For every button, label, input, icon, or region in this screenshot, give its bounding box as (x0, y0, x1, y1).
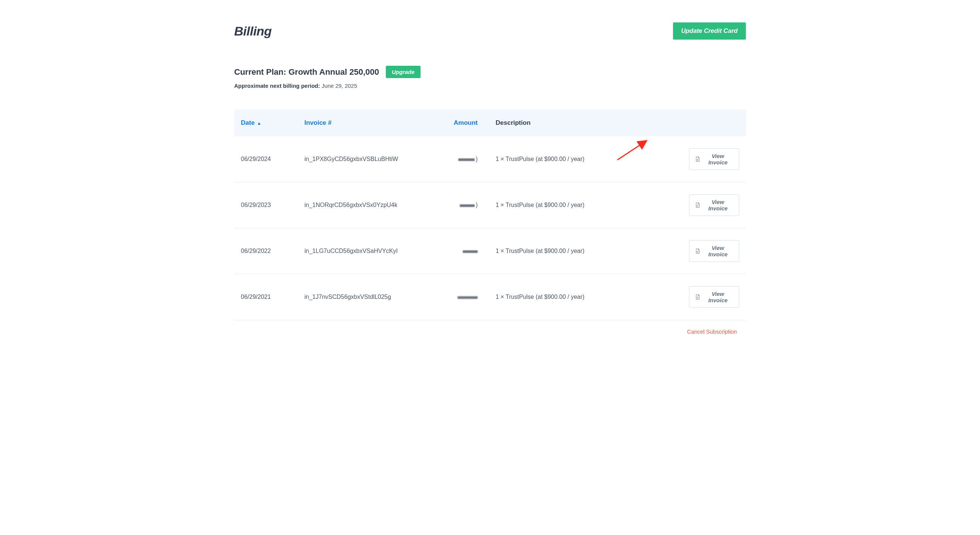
cell-amount (443, 228, 484, 274)
cell-description: 1 × TrustPulse (at $900.00 / year) (484, 136, 682, 182)
view-invoice-button[interactable]: View Invoice (689, 240, 739, 262)
file-icon (695, 202, 700, 208)
view-invoice-button[interactable]: View Invoice (689, 286, 739, 308)
cell-amount: ) (443, 182, 484, 228)
cell-invoice-id: in_1NORqrCD56gxbxVSx0YzpU4k (298, 182, 443, 228)
annotation-arrow-icon (615, 138, 651, 162)
file-icon (695, 156, 700, 162)
cell-description: 1 × TrustPulse (at $900.00 / year) (484, 182, 682, 228)
table-row: 06/29/2021 in_1J7nvSCD56gxbxVStdlL025g 1… (234, 274, 746, 320)
current-plan-label: Current Plan: Growth Annual 250,000 (234, 67, 379, 77)
svg-line-1 (617, 141, 646, 160)
cell-description: 1 × TrustPulse (at $900.00 / year) (484, 274, 682, 320)
file-icon (695, 248, 700, 254)
file-icon (695, 294, 700, 300)
column-header-date[interactable]: Date▲ (234, 110, 298, 136)
table-row: 06/29/2024 in_1PX8GyCD56gxbxVSBLuBHtiW )… (234, 136, 746, 182)
cell-invoice-id: in_1PX8GyCD56gxbxVSBLuBHtiW (298, 136, 443, 182)
table-row: 06/29/2023 in_1NORqrCD56gxbxVSx0YzpU4k )… (234, 182, 746, 228)
cell-description: 1 × TrustPulse (at $900.00 / year) (484, 228, 682, 274)
cancel-subscription-link[interactable]: Cancel Subscription (687, 328, 737, 335)
sort-asc-icon: ▲ (257, 121, 261, 126)
cell-date: 06/29/2023 (234, 182, 298, 228)
cell-amount (443, 274, 484, 320)
cell-date: 06/29/2022 (234, 228, 298, 274)
update-credit-card-button[interactable]: Update Credit Card (673, 22, 746, 40)
column-header-description: Description (484, 110, 682, 136)
column-header-amount[interactable]: Amount (443, 110, 484, 136)
next-billing-label: Approximate next billing period: (234, 83, 321, 89)
column-header-invoice[interactable]: Invoice # (298, 110, 443, 136)
cell-invoice-id: in_1J7nvSCD56gxbxVStdlL025g (298, 274, 443, 320)
next-billing-period: Approximate next billing period: June 29… (234, 83, 746, 89)
cell-amount: ) (443, 136, 484, 182)
cell-date: 06/29/2024 (234, 136, 298, 182)
next-billing-date: June 29, 2025 (321, 83, 357, 89)
cell-date: 06/29/2021 (234, 274, 298, 320)
page-title: Billing (234, 24, 272, 38)
view-invoice-button[interactable]: View Invoice (689, 194, 739, 216)
upgrade-button[interactable]: Upgrade (386, 66, 420, 78)
table-row: 06/29/2022 in_1LG7uCCD56gxbxVSaHVYcKyI 1… (234, 228, 746, 274)
invoice-table: Date▲ Invoice # Amount Description 06/29… (234, 110, 746, 320)
view-invoice-button[interactable]: View Invoice (689, 148, 739, 170)
cell-invoice-id: in_1LG7uCCD56gxbxVSaHVYcKyI (298, 228, 443, 274)
